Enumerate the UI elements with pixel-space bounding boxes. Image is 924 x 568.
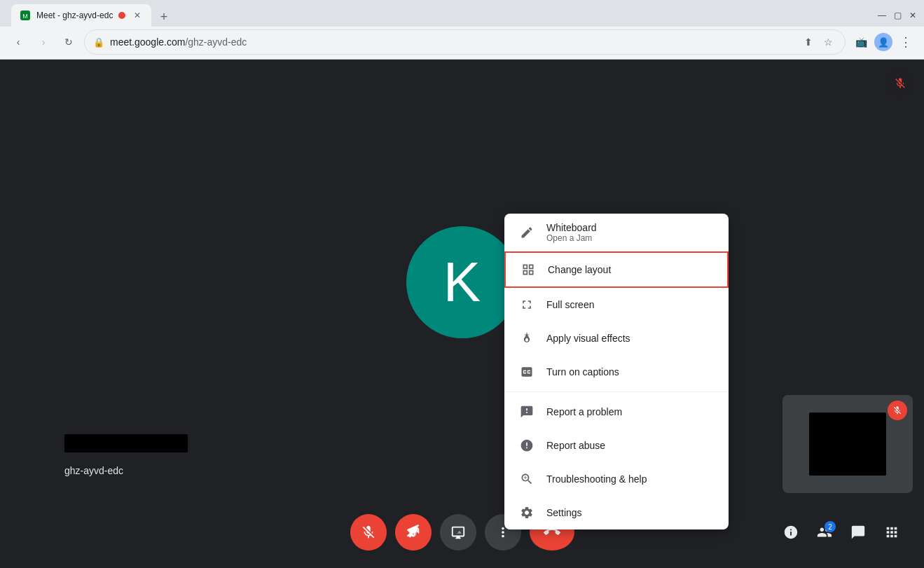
security-lock-icon: 🔒	[93, 37, 104, 48]
apps-icon	[884, 525, 899, 540]
change-layout-title: Change layout	[548, 264, 611, 275]
meet-favicon-icon: M	[20, 10, 31, 21]
new-tab-button[interactable]: +	[154, 7, 174, 27]
chat-button[interactable]	[843, 517, 874, 548]
self-video-feed	[809, 413, 886, 476]
name-plate	[64, 434, 188, 452]
change-layout-text: Change layout	[548, 264, 611, 275]
avatar-initial: K	[443, 250, 481, 314]
mic-off-small-icon	[892, 406, 902, 415]
context-menu: Whiteboard Open a Jam Change layout	[504, 214, 729, 529]
menu-item-fullscreen[interactable]: Full screen	[504, 288, 729, 321]
main-content: K ghz-ayvd-edc Whiteboard	[0, 60, 924, 560]
visual-effects-text: Apply visual effects	[546, 333, 630, 344]
captions-icon	[518, 363, 535, 380]
address-bar[interactable]: 🔒 meet.google.com/ghz-ayvd-edc ⬆ ☆	[84, 29, 846, 55]
toolbar-right-actions: 2	[775, 517, 907, 548]
info-button[interactable]	[775, 517, 806, 548]
whiteboard-icon	[518, 224, 535, 241]
troubleshoot-icon	[518, 471, 535, 487]
report-problem-icon	[518, 403, 535, 420]
troubleshoot-title: Troubleshooting & help	[546, 473, 647, 485]
bottom-toolbar: 2	[0, 504, 924, 560]
camera-toggle-button[interactable]	[395, 514, 432, 550]
layout-icon	[520, 261, 537, 278]
fullscreen-icon	[518, 296, 535, 313]
forward-button[interactable]: ›	[34, 32, 53, 52]
chat-icon	[850, 525, 866, 540]
fullscreen-text: Full screen	[546, 299, 594, 310]
present-button[interactable]	[440, 514, 476, 550]
bookmark-icon[interactable]: ☆	[820, 34, 836, 50]
tab-close-button[interactable]: ✕	[132, 10, 143, 21]
share-icon[interactable]: ⬆	[800, 34, 817, 50]
mic-muted-indicator	[888, 71, 913, 96]
active-tab[interactable]: M Meet - ghz-ayvd-edc ✕	[11, 4, 151, 27]
settings-icon	[518, 504, 535, 521]
fullscreen-title: Full screen	[546, 299, 594, 310]
menu-item-visual-effects[interactable]: Apply visual effects	[504, 321, 729, 355]
recording-indicator	[118, 12, 125, 19]
menu-item-report-abuse[interactable]: Report abuse	[504, 429, 729, 462]
profile-avatar: 👤	[874, 33, 892, 51]
participants-button[interactable]: 2	[809, 517, 840, 548]
title-bar: M Meet - ghz-ayvd-edc ✕ + — ▢ ✕	[0, 0, 924, 27]
close-window-button[interactable]: ✕	[907, 10, 918, 21]
camera-off-icon	[406, 525, 421, 540]
whiteboard-text: Whiteboard Open a Jam	[546, 222, 597, 243]
visual-effects-title: Apply visual effects	[546, 333, 630, 344]
self-video-thumbnail	[782, 395, 913, 493]
report-problem-text: Report a problem	[546, 406, 622, 417]
mic-toggle-button[interactable]	[350, 514, 387, 550]
report-problem-title: Report a problem	[546, 406, 622, 417]
meeting-code-display: ghz-ayvd-edc	[64, 465, 123, 476]
present-icon	[450, 525, 466, 540]
tab-title: Meet - ghz-ayvd-edc	[36, 11, 113, 20]
window-controls: — ▢ ✕	[876, 10, 918, 21]
menu-item-report-problem[interactable]: Report a problem	[504, 395, 729, 429]
minimize-button[interactable]: —	[876, 10, 888, 21]
browser-extensions: 📺 👤 ⋮	[851, 32, 916, 52]
settings-text: Settings	[546, 507, 582, 518]
info-icon	[783, 525, 799, 540]
report-abuse-text: Report abuse	[546, 440, 605, 451]
mic-off-icon	[361, 525, 376, 540]
visual-effects-icon	[518, 330, 535, 347]
back-button[interactable]: ‹	[8, 32, 28, 52]
svg-text:M: M	[22, 13, 28, 20]
captions-title: Turn on captions	[546, 366, 619, 377]
menu-divider-1	[504, 392, 729, 392]
activities-button[interactable]	[876, 517, 907, 548]
chrome-menu-button[interactable]: ⋮	[896, 32, 916, 52]
participant-avatar: K	[406, 226, 518, 338]
reload-button[interactable]: ↻	[59, 32, 78, 52]
menu-item-whiteboard[interactable]: Whiteboard Open a Jam	[504, 214, 729, 251]
meet-area: K ghz-ayvd-edc Whiteboard	[0, 60, 924, 504]
troubleshoot-text: Troubleshooting & help	[546, 473, 647, 485]
url-display: meet.google.com/ghz-ayvd-edc	[110, 36, 247, 48]
whiteboard-title: Whiteboard	[546, 222, 597, 233]
tab-favicon: M	[20, 10, 31, 21]
menu-item-change-layout[interactable]: Change layout	[504, 251, 729, 288]
menu-item-settings[interactable]: Settings	[504, 496, 729, 529]
report-abuse-icon	[518, 437, 535, 454]
participants-badge: 2	[825, 521, 836, 532]
cast-icon[interactable]: 📺	[851, 32, 871, 52]
menu-item-troubleshoot[interactable]: Troubleshooting & help	[504, 462, 729, 496]
self-mute-icon	[888, 401, 907, 420]
menu-item-captions[interactable]: Turn on captions	[504, 355, 729, 389]
settings-title: Settings	[546, 507, 582, 518]
omnibox-row: ‹ › ↻ 🔒 meet.google.com/ghz-ayvd-edc ⬆ ☆…	[0, 27, 924, 59]
mic-off-icon	[894, 77, 906, 90]
profile-icon[interactable]: 👤	[874, 32, 893, 52]
browser-chrome: M Meet - ghz-ayvd-edc ✕ + — ▢ ✕ ‹ › ↻ 🔒 …	[0, 0, 924, 60]
maximize-button[interactable]: ▢	[892, 10, 903, 21]
omnibox-actions: ⬆ ☆	[800, 34, 836, 50]
report-abuse-title: Report abuse	[546, 440, 605, 451]
whiteboard-subtitle: Open a Jam	[546, 233, 597, 243]
captions-text: Turn on captions	[546, 366, 619, 377]
